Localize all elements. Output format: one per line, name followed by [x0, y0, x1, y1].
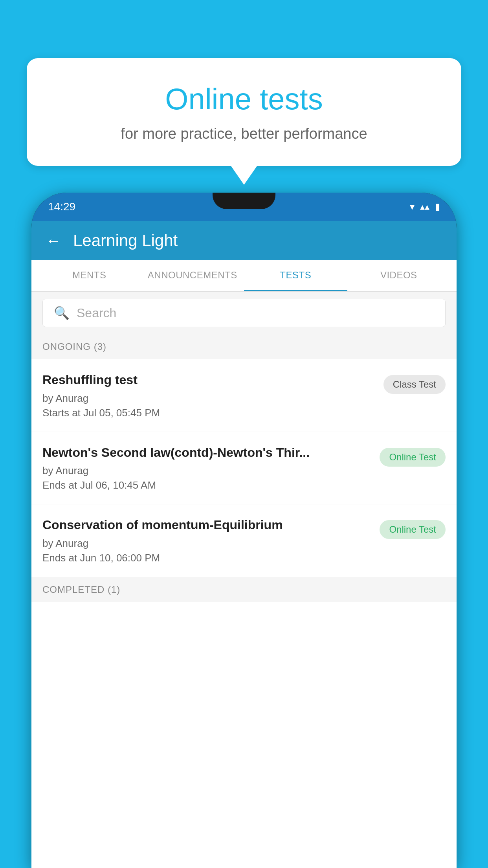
- completed-section-header: COMPLETED (1): [31, 577, 457, 602]
- tab-tests[interactable]: TESTS: [244, 260, 347, 291]
- test-item[interactable]: Reshuffling test by Anurag Starts at Jul…: [31, 359, 457, 432]
- test-date: Ends at Jul 06, 10:45 AM: [42, 479, 372, 491]
- search-icon: 🔍: [54, 305, 70, 320]
- test-list: Reshuffling test by Anurag Starts at Jul…: [31, 359, 457, 577]
- phone-screen: MENTS ANNOUNCEMENTS TESTS VIDEOS 🔍 Searc…: [31, 260, 457, 868]
- status-time: 14:29: [48, 200, 75, 213]
- battery-icon: ▮: [435, 201, 440, 212]
- test-date: Ends at Jun 10, 06:00 PM: [42, 552, 372, 564]
- top-bar: ← Learning Light: [31, 221, 457, 260]
- test-date: Starts at Jul 05, 05:45 PM: [42, 407, 376, 419]
- wifi-icon: ▾: [410, 201, 415, 212]
- notch: [213, 193, 275, 209]
- tab-announcements[interactable]: ANNOUNCEMENTS: [141, 260, 244, 291]
- speech-bubble: Online tests for more practice, better p…: [27, 58, 461, 166]
- test-title: Conservation of momentum-Equilibrium: [42, 517, 372, 533]
- back-button[interactable]: ←: [46, 232, 61, 250]
- test-item-content: Conservation of momentum-Equilibrium by …: [42, 517, 380, 564]
- tab-ments[interactable]: MENTS: [38, 260, 141, 291]
- phone-frame: 14:29 ▾ ▴▴ ▮ ← Learning Light MENTS ANNO…: [31, 193, 457, 868]
- test-by: by Anurag: [42, 537, 372, 550]
- tab-videos[interactable]: VIDEOS: [347, 260, 451, 291]
- test-badge: Online Test: [380, 448, 446, 467]
- search-bar-container: 🔍 Search: [31, 292, 457, 334]
- bubble-title: Online tests: [46, 82, 442, 116]
- test-item-content: Newton's Second law(contd)-Newton's Thir…: [42, 445, 380, 492]
- signal-icon: ▴▴: [420, 201, 429, 212]
- status-icons: ▾ ▴▴ ▮: [410, 201, 440, 212]
- test-by: by Anurag: [42, 465, 372, 477]
- screen-title: Learning Light: [73, 231, 178, 250]
- test-item[interactable]: Conservation of momentum-Equilibrium by …: [31, 504, 457, 577]
- test-title: Newton's Second law(contd)-Newton's Thir…: [42, 445, 372, 461]
- test-badge: Class Test: [383, 375, 446, 394]
- test-title: Reshuffling test: [42, 372, 376, 388]
- test-item-content: Reshuffling test by Anurag Starts at Jul…: [42, 372, 383, 419]
- ongoing-section-header: ONGOING (3): [31, 334, 457, 359]
- test-badge: Online Test: [380, 520, 446, 539]
- search-placeholder-text: Search: [77, 306, 116, 320]
- search-input[interactable]: 🔍 Search: [42, 299, 446, 327]
- status-bar: 14:29 ▾ ▴▴ ▮: [31, 193, 457, 221]
- test-item[interactable]: Newton's Second law(contd)-Newton's Thir…: [31, 432, 457, 505]
- test-by: by Anurag: [42, 392, 376, 405]
- tabs-bar: MENTS ANNOUNCEMENTS TESTS VIDEOS: [31, 260, 457, 292]
- bubble-subtitle: for more practice, better performance: [46, 125, 442, 142]
